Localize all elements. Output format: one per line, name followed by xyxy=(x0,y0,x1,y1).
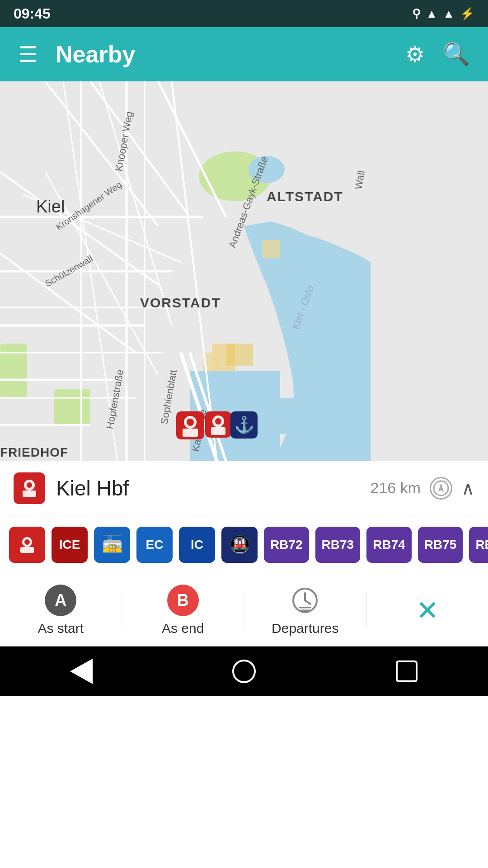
as-end-button[interactable]: B As end xyxy=(122,585,244,636)
svg-text:FRIEDHOF: FRIEDHOF xyxy=(0,445,68,459)
as-start-button[interactable]: A As start xyxy=(0,585,122,636)
svg-text:ALTSTADT: ALTSTADT xyxy=(267,189,343,204)
svg-point-53 xyxy=(215,418,221,425)
svg-rect-50 xyxy=(183,429,198,437)
time-display: 09:45 xyxy=(14,5,51,22)
system-nav-bar xyxy=(0,646,488,696)
as-end-label: As end xyxy=(162,621,204,636)
svg-point-63 xyxy=(24,539,30,545)
transport-badge-subway-icon[interactable]: 🚇 xyxy=(221,527,258,563)
transport-badge-ic[interactable]: IC xyxy=(179,527,215,563)
start-circle: A xyxy=(45,585,76,616)
signal-icon: ▲ xyxy=(443,7,455,21)
transport-badge-rb74[interactable]: RB74 xyxy=(366,527,412,563)
back-button[interactable] xyxy=(63,653,99,689)
location-icon: ⚲ xyxy=(412,7,421,21)
transport-badge-tram-icon[interactable]: 🚋 xyxy=(94,527,130,563)
departures-label: Departures xyxy=(272,621,338,636)
action-bar: A As start B As end Departures ✕ xyxy=(0,574,488,646)
station-info-row: Kiel Hbf 216 km ∧ xyxy=(0,461,488,515)
station-name: Kiel Hbf xyxy=(56,476,129,500)
transport-lines-row: ICE 🚋 EC IC 🚇 RB72 RB73 RB74 RB75 RB76 xyxy=(0,515,488,574)
menu-button[interactable]: ☰ xyxy=(18,42,38,67)
navigation-icon xyxy=(430,477,452,500)
transport-badge-ec[interactable]: EC xyxy=(136,527,173,563)
transport-badge-rb75[interactable]: RB75 xyxy=(418,527,463,563)
recents-button[interactable] xyxy=(389,653,425,689)
svg-rect-9 xyxy=(262,240,280,258)
wifi-icon: ▲ xyxy=(426,7,438,21)
svg-rect-10 xyxy=(226,344,253,366)
status-icons: ⚲ ▲ ▲ ⚡ xyxy=(412,7,474,21)
svg-marker-61 xyxy=(438,483,444,492)
departures-button[interactable]: Departures xyxy=(244,585,366,636)
svg-text:⚓: ⚓ xyxy=(234,415,254,434)
transport-badge-rb73[interactable]: RB73 xyxy=(315,527,361,563)
departures-icon xyxy=(289,585,321,616)
svg-rect-59 xyxy=(23,491,36,497)
transport-badge-rb72[interactable]: RB72 xyxy=(264,527,309,563)
svg-point-58 xyxy=(27,482,32,488)
station-type-icon xyxy=(14,472,45,504)
transport-badge-ice[interactable]: ICE xyxy=(52,527,88,563)
svg-point-49 xyxy=(187,419,194,426)
collapse-button[interactable]: ∧ xyxy=(461,478,474,499)
transport-badge-station-icon[interactable] xyxy=(9,527,45,563)
svg-text:VORSTADT: VORSTADT xyxy=(140,295,221,310)
search-button[interactable]: 🔍 xyxy=(443,42,470,67)
map-area[interactable]: Kiel ALTSTADT VORSTADT FRIEDHOF Knooper … xyxy=(0,81,488,461)
end-circle: B xyxy=(167,585,199,616)
station-distance: 216 km xyxy=(371,479,421,497)
status-bar: 09:45 ⚲ ▲ ▲ ⚡ xyxy=(0,0,488,27)
settings-button[interactable]: ⚙ xyxy=(405,42,425,67)
svg-rect-54 xyxy=(211,427,225,435)
svg-text:Kiel: Kiel xyxy=(36,197,65,216)
svg-rect-6 xyxy=(271,398,325,434)
svg-rect-4 xyxy=(54,389,90,425)
battery-icon: ⚡ xyxy=(460,7,474,21)
page-title: Nearby xyxy=(56,41,135,68)
as-start-label: As start xyxy=(38,621,84,636)
top-bar: ☰ Nearby ⚙ 🔍 xyxy=(0,27,488,81)
svg-rect-64 xyxy=(20,547,34,553)
home-button[interactable] xyxy=(226,653,262,689)
svg-rect-3 xyxy=(0,344,27,398)
close-button[interactable]: ✕ xyxy=(367,594,488,626)
transport-badge-rb76[interactable]: RB76 xyxy=(469,527,488,563)
close-icon[interactable]: ✕ xyxy=(416,594,439,626)
svg-line-67 xyxy=(305,600,310,604)
